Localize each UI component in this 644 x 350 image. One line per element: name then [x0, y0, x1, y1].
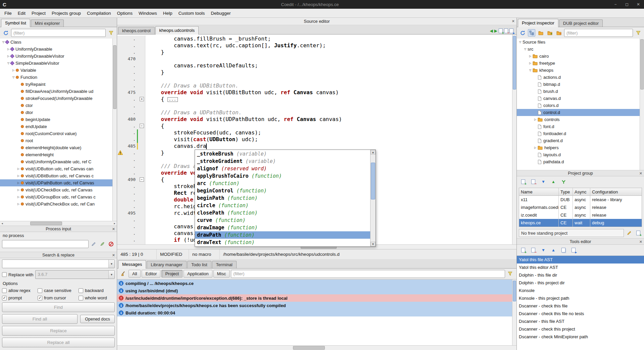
editor-tab-kheops-udcontrols[interactable]: kheops.udcontrols	[155, 26, 199, 35]
symbol-item-variable[interactable]: ▷Variable	[0, 67, 117, 74]
filter-all-button[interactable]: All	[129, 270, 141, 278]
tool-item-dolphin-this-project-dir[interactable]: Dolphin - this project dir	[517, 279, 644, 287]
message-row[interactable]: icompiling / ... /kheops/kheops.ce	[117, 280, 512, 287]
menu-projects-group[interactable]: Projects group	[49, 9, 84, 17]
project-item-kheops[interactable]: ▽kheops	[517, 67, 644, 74]
scroll-right-icon[interactable]: ▸	[112, 221, 117, 226]
code-line[interactable]: . /// Draws a UDPathButton.	[117, 109, 516, 116]
symbol-item-endupdate[interactable]: endUpdate	[0, 123, 117, 130]
expander-collapsed-icon[interactable]: ▷	[11, 69, 16, 72]
symbol-item-visit-udbitbutton-udc-ref-canvas-c[interactable]: ▷visit(UDBitButton udc, ref Canvas c	[0, 172, 117, 179]
completion-item-drawpath[interactable]: drawPath (function)	[195, 231, 370, 239]
column-header-type[interactable]: Type	[559, 188, 573, 195]
close-icon[interactable]: ✕	[512, 18, 515, 24]
clone-tool-icon[interactable]	[560, 246, 567, 254]
project-tree-vscrollbar[interactable]	[640, 39, 644, 170]
project-item-src[interactable]: ▽src	[517, 46, 644, 53]
symbol-item-visit-udbutton-udc-ref-canvas-can[interactable]: ▷visit(UDButton udc, ref Canvas can	[0, 165, 117, 172]
tab-project-inspector[interactable]: Project inspector	[518, 19, 558, 27]
checkbox-from-cursor[interactable]: ✓from cursor	[38, 295, 79, 300]
tab-mini-explorer[interactable]: Mini explorer	[31, 19, 64, 27]
horizontal-scrollbar-thumb[interactable]	[293, 346, 325, 350]
completion-item-circle[interactable]: circle (function)	[195, 202, 370, 209]
cancel-icon[interactable]	[107, 240, 115, 248]
symbol-item-root[interactable]: root	[0, 137, 117, 144]
vertical-scrollbar-thumb[interactable]	[513, 36, 516, 90]
scroll-left-icon[interactable]: ◂	[0, 221, 4, 226]
project-item-fontloader-d[interactable]: fontloader.d	[517, 130, 644, 137]
code-line[interactable]: . canvas.fillBrush = _brushFont;	[117, 36, 516, 42]
completion-item-drawtext[interactable]: drawText (function)	[195, 239, 370, 246]
vertical-scrollbar-thumb[interactable]	[513, 281, 516, 301]
code-line[interactable]: .	[117, 103, 516, 109]
vertical-scrollbar-thumb[interactable]	[640, 39, 644, 90]
project-row-kheops-ce[interactable]: kheops.ceCEwaitdebug	[519, 219, 642, 227]
completion-item-applybrushtocairo[interactable]: applyBrushToCairo (function)	[195, 172, 370, 180]
expander-collapsed-icon[interactable]: ▷	[533, 118, 538, 121]
symbol-item-visit-udcheckbox-udc-ref-canvas[interactable]: ▷visit(UDCheckBox udc, ref Canvas	[0, 186, 117, 193]
code-line[interactable]: . canvas.text(rc, udc.caption[], Justify…	[117, 42, 516, 49]
project-item-layouts-d[interactable]: layouts.d	[517, 151, 644, 158]
filter-misc-button[interactable]: Misc	[213, 270, 230, 278]
checkbox-box[interactable]: ✓	[38, 296, 42, 300]
code-line[interactable]: .+ { ...	[117, 96, 516, 103]
tool-item-dscanner-check-this-file[interactable]: Dscanner - check this file	[517, 302, 644, 310]
tool-item-yatol-this-file-ast[interactable]: Yatol this file AST	[517, 256, 644, 264]
project-row-imageformats-coedit[interactable]: imageformats.coeditCEasyncrelease	[519, 203, 642, 211]
expander-collapsed-icon[interactable]: ▷	[16, 174, 21, 177]
message-row[interactable]: i/home/basile/dev/projects/kheops/kheops…	[117, 302, 512, 309]
symbol-tree-vscrollbar[interactable]	[112, 39, 117, 221]
project-item-control-d[interactable]: control.d	[517, 109, 644, 116]
find-button[interactable]: Find	[2, 302, 115, 312]
scroll-up-icon[interactable]: ▲	[370, 150, 376, 155]
menu-file[interactable]: File	[1, 9, 15, 17]
symbol-item-class[interactable]: ▽Class	[0, 39, 117, 46]
minimize-button[interactable]: −	[610, 0, 621, 9]
checkbox-box[interactable]	[2, 288, 7, 293]
completion-item-curve[interactable]: curve (function)	[195, 217, 370, 224]
project-item-canvas-d[interactable]: canvas.d	[517, 95, 644, 102]
project-item-controls[interactable]: ▷controls	[517, 116, 644, 123]
completion-item-strokegradient[interactable]: _strokeGradient (variable)	[195, 158, 370, 165]
fold-plus-icon[interactable]: +	[140, 97, 144, 101]
clear-messages-icon[interactable]	[120, 270, 127, 278]
code-line[interactable]: . /// Draws a UDBitButton.	[117, 82, 516, 89]
tool-item-dscanner-check-miniexplorer-path[interactable]: Dscanner - check MiniExplorer path	[517, 333, 644, 341]
checkbox-box[interactable]	[79, 288, 83, 293]
code-line[interactable]: . }	[117, 69, 516, 76]
close-button[interactable]: ✕	[633, 0, 644, 9]
expander-expanded-icon[interactable]: ▽	[518, 41, 523, 44]
symbol-item-dtor[interactable]: dtor	[0, 109, 117, 116]
vertical-scrollbar-thumb[interactable]	[371, 163, 375, 199]
popup-vscrollbar[interactable]: ▲ ▼	[370, 150, 376, 246]
menu-project[interactable]: Project	[29, 9, 49, 17]
checkbox-case-sensitive[interactable]: case sensitive	[38, 288, 79, 293]
menu-help[interactable]: Help	[160, 9, 176, 17]
chevron-down-icon[interactable]: ▼	[108, 271, 114, 279]
editor-tab-kheops-control[interactable]: kheops.control	[118, 27, 155, 34]
symbol-item-ctor[interactable]: ctor	[0, 102, 117, 109]
project-item-source-files[interactable]: ▽Source files	[517, 39, 644, 46]
new-document-icon[interactable]: +	[499, 28, 503, 33]
project-item-helpers[interactable]: ▷helpers	[517, 144, 644, 151]
feather-icon[interactable]	[99, 240, 106, 248]
symbol-item-beginupdate[interactable]: beginUpdate	[0, 116, 117, 123]
funnel-icon[interactable]	[107, 29, 115, 37]
menu-edit[interactable]: Edit	[15, 9, 29, 17]
symbol-item-uniformlydrawable[interactable]: ▷UniformlyDrawable	[0, 46, 117, 53]
refresh-icon[interactable]	[2, 29, 9, 37]
find-all-button[interactable]: Find all	[2, 314, 78, 324]
project-item-colors-d[interactable]: colors.d	[517, 102, 644, 109]
symbol-item-tryrepaint[interactable]: tryRepaint	[0, 81, 117, 88]
funnel-icon[interactable]	[506, 270, 514, 278]
tab-library-manager[interactable]: Library manager	[147, 261, 187, 268]
code-line[interactable]: . strokeFocused(udc, canvas);	[117, 129, 516, 136]
project-filter-input[interactable]	[564, 29, 633, 37]
symbol-item-filldrawarea-uniformlydrawable-ud[interactable]: fillDrawArea(UniformlyDrawable ud	[0, 88, 117, 95]
project-item-gradient-d[interactable]: gradient.d	[517, 137, 644, 144]
checkbox-whole-word[interactable]: whole word	[79, 295, 115, 300]
add-project-icon[interactable]: +	[519, 178, 527, 185]
tool-item-dscanner-this-file-ast[interactable]: Dscanner - this file AST	[517, 317, 644, 325]
prev-location-icon[interactable]: ◀	[490, 29, 493, 33]
add-folder-icon[interactable]: +	[546, 29, 553, 37]
